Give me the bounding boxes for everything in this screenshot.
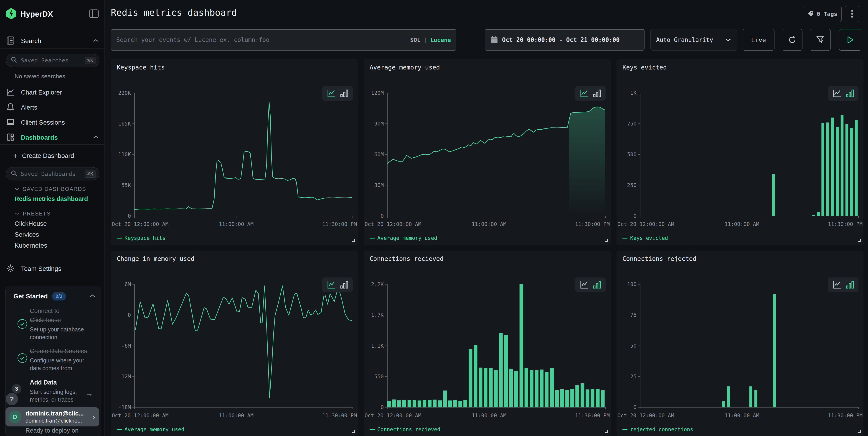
sidebar-item-kubernetes[interactable]: Kubernetes	[14, 242, 47, 249]
resize-handle[interactable]	[352, 239, 355, 242]
sidebar-item-label: Search	[21, 37, 41, 45]
resize-handle[interactable]	[605, 430, 608, 433]
panel-connections-rejected: Connections rejected1007550250Oct 20 12:…	[617, 251, 863, 436]
live-button[interactable]: Live	[743, 29, 774, 51]
sidebar-item-dashboards[interactable]: Dashboards	[0, 132, 105, 143]
sidebar-item-chart-explorer[interactable]: Chart Explorer	[0, 87, 105, 98]
svg-text:250: 250	[627, 182, 637, 188]
line-chart-icon[interactable]	[327, 280, 336, 290]
chevron-up-icon	[89, 294, 95, 299]
sidebar-collapse-icon[interactable]	[89, 9, 99, 19]
notification-count-badge[interactable]: 3	[12, 384, 21, 394]
line-chart-icon[interactable]	[579, 88, 589, 98]
svg-text:1K: 1K	[630, 90, 637, 96]
task-create-data-sources[interactable]: Create Data Sources Configure where your…	[13, 347, 94, 372]
kebab-icon	[851, 9, 853, 19]
event-search-box: SQL | Lucene	[111, 29, 456, 51]
svg-text:60M: 60M	[374, 151, 384, 157]
user-menu[interactable]: D dominic.tran@clic... dominic.tran@clic…	[5, 407, 99, 427]
line-chart-icon[interactable]	[579, 280, 589, 290]
event-search-input[interactable]	[116, 36, 410, 43]
svg-text:-12M: -12M	[118, 374, 131, 379]
chart-legend: rejected connections	[622, 427, 693, 432]
bar-chart-icon[interactable]	[593, 280, 601, 290]
panel-title: Keys evicted	[622, 64, 667, 71]
svg-text:11:30:00 PM: 11:30:00 PM	[322, 412, 357, 418]
saved-dashboards-section[interactable]: SAVED DASHBOARDS	[14, 186, 86, 192]
resize-handle[interactable]	[352, 430, 355, 433]
panel-title: Keyspace hits	[117, 64, 165, 71]
sidebar-item-redis-dashboard[interactable]: Redis metrics dashboard	[14, 196, 88, 203]
line-chart-icon[interactable]	[832, 280, 842, 290]
get-started-header[interactable]: Get Started 2/3	[13, 292, 95, 300]
svg-text:11:00:00 AM: 11:00:00 AM	[219, 221, 253, 227]
svg-text:11:30:00 PM: 11:30:00 PM	[322, 221, 357, 227]
bar-chart-icon[interactable]	[846, 280, 854, 290]
chart-area[interactable]: 6M0-6M-12M-18MOct 20 12:00:00 AM11:00:00…	[111, 278, 358, 423]
sidebar-item-clickhouse[interactable]: ClickHouse	[14, 220, 47, 227]
saved-searches-search[interactable]: ⌘K	[6, 54, 99, 67]
tag-icon	[807, 10, 814, 17]
chart-legend: Keyspace hits	[117, 235, 165, 241]
task-connect-clickhouse[interactable]: Connect to ClickHouse Set up your databa…	[13, 307, 94, 341]
sidebar-item-label: Client Sessions	[21, 119, 65, 126]
svg-text:11:30:00 PM: 11:30:00 PM	[828, 412, 863, 418]
line-chart-icon[interactable]	[832, 88, 842, 98]
svg-text:110K: 110K	[118, 151, 131, 157]
saved-searches-input[interactable]	[21, 57, 85, 64]
date-range-picker[interactable]: Oct 20 00:00:00 - Oct 21 00:00:00	[485, 29, 645, 51]
help-button[interactable]: ?	[6, 393, 18, 405]
user-names: dominic.tran@clic... dominic.tran@clickh…	[26, 410, 91, 424]
panel-title: Average memory used	[370, 64, 440, 71]
resize-handle[interactable]	[858, 239, 861, 242]
svg-text:1.7K: 1.7K	[371, 312, 384, 318]
chart-area[interactable]: 1K7505002500Oct 20 12:00:00 AM11:00:00 A…	[617, 86, 863, 232]
chart-area[interactable]: 120M90M60M30M0Oct 20 12:00:00 AM11:00:00…	[364, 86, 611, 232]
lucene-toggle[interactable]: Lucene	[430, 37, 451, 43]
svg-text:Oct 20 12:00:00 AM: Oct 20 12:00:00 AM	[112, 221, 168, 227]
saved-dashboards-input[interactable]	[21, 171, 85, 177]
chart-area[interactable]: 220K165K110K55K0Oct 20 12:00:00 AM11:00:…	[111, 86, 358, 232]
bar-chart-icon[interactable]	[340, 88, 349, 98]
legend-label: rejected connections	[630, 427, 693, 432]
refresh-button[interactable]	[782, 29, 802, 51]
bell-icon	[6, 103, 15, 113]
onboarding-hidden-text: Ready to deploy on ClickHouse Cloud?	[26, 427, 101, 436]
sidebar-item-services[interactable]: Services	[14, 231, 39, 238]
kebab-menu-button[interactable]	[845, 6, 859, 22]
granularity-select[interactable]: Auto Granularity	[650, 29, 737, 51]
bar-chart-icon[interactable]	[593, 88, 601, 98]
bar-chart-icon[interactable]	[846, 88, 854, 98]
svg-text:500: 500	[627, 151, 637, 157]
line-chart-icon	[6, 87, 15, 97]
svg-text:0: 0	[633, 213, 637, 219]
create-dashboard-button[interactable]: + Create Dashboard	[0, 150, 105, 161]
sidebar-item-search[interactable]: Search	[0, 35, 105, 47]
sidebar-item-client-sessions[interactable]: Client Sessions	[0, 117, 105, 128]
filter-button[interactable]	[810, 29, 831, 51]
sidebar: HyperDX Search ⌘K No saved searches Char…	[0, 0, 105, 436]
dashboard-grid: Keyspace hits220K165K110K55K0Oct 20 12:0…	[111, 59, 863, 436]
progress-badge: 2/3	[52, 292, 66, 300]
run-query-button[interactable]	[839, 29, 861, 51]
chart-area[interactable]: 1007550250Oct 20 12:00:00 AM11:00:00 AM1…	[617, 278, 863, 423]
gear-icon	[6, 264, 15, 274]
svg-text:0: 0	[633, 404, 637, 410]
divider	[0, 48, 105, 49]
tags-button[interactable]: 0 Tags	[803, 6, 842, 22]
legend-label: Average memory used	[377, 235, 437, 241]
svg-text:750: 750	[627, 121, 637, 127]
bar-chart-icon[interactable]	[340, 280, 349, 290]
resize-handle[interactable]	[858, 430, 861, 433]
task-add-data[interactable]: Add Data Start sending logs, metrics, or…	[13, 378, 94, 403]
line-chart-icon[interactable]	[327, 88, 336, 98]
sidebar-item-alerts[interactable]: Alerts	[0, 102, 105, 113]
sidebar-item-team-settings[interactable]: Team Settings	[0, 263, 105, 274]
sql-toggle[interactable]: SQL	[410, 37, 420, 43]
presets-section[interactable]: PRESETS	[14, 210, 51, 217]
saved-dashboards-search[interactable]: ⌘K	[6, 167, 99, 180]
svg-text:Oct 20 12:00:00 AM: Oct 20 12:00:00 AM	[365, 221, 421, 227]
task-desc: Start sending logs, metrics, or traces	[30, 388, 89, 403]
resize-handle[interactable]	[605, 239, 608, 242]
chart-area[interactable]: 2.2K1.7K1.1K5500Oct 20 12:00:00 AM11:00:…	[364, 278, 611, 423]
